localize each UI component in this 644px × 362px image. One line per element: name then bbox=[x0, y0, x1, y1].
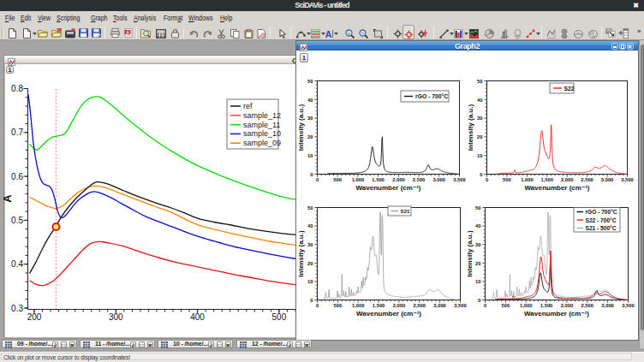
svg-text:2,500: 2,500 bbox=[414, 303, 426, 308]
svg-text:500: 500 bbox=[272, 312, 287, 322]
svg-text:sample_12: sample_12 bbox=[243, 111, 281, 120]
svg-text:1,000: 1,000 bbox=[520, 303, 533, 308]
svg-text:3,000: 3,000 bbox=[433, 177, 446, 182]
svg-text:3,000: 3,000 bbox=[433, 303, 446, 308]
svg-text:0.3: 0.3 bbox=[11, 304, 23, 313]
svg-text:30: 30 bbox=[307, 116, 313, 121]
svg-text:10: 10 bbox=[475, 279, 480, 284]
svg-text:0.4: 0.4 bbox=[11, 259, 23, 269]
svg-text:3,500: 3,500 bbox=[622, 303, 635, 308]
svg-text:1,500: 1,500 bbox=[372, 177, 385, 182]
svg-text:0.6: 0.6 bbox=[11, 172, 23, 181]
svg-text:10: 10 bbox=[307, 153, 313, 158]
svg-text:50: 50 bbox=[307, 79, 313, 84]
svg-text:Wavenumber (cm⁻¹): Wavenumber (cm⁻¹) bbox=[356, 184, 421, 192]
svg-text:50: 50 bbox=[307, 205, 313, 211]
svg-text:0: 0 bbox=[480, 172, 482, 177]
svg-text:A: A bbox=[3, 194, 14, 203]
svg-text:3,000: 3,000 bbox=[601, 303, 614, 308]
svg-text:500: 500 bbox=[502, 303, 510, 308]
svg-text:50: 50 bbox=[475, 205, 480, 211]
svg-text:40: 40 bbox=[307, 223, 313, 228]
svg-text:Wavenumber (cm⁻¹): Wavenumber (cm⁻¹) bbox=[524, 310, 589, 317]
svg-text:10: 10 bbox=[477, 153, 482, 158]
svg-text:2,000: 2,000 bbox=[392, 177, 405, 182]
svg-text:S21: S21 bbox=[401, 208, 411, 214]
svg-text:Intensity (a.u.): Intensity (a.u.) bbox=[467, 104, 474, 151]
svg-text:200: 200 bbox=[27, 312, 42, 322]
svg-text:Wavenumber (cm⁻¹): Wavenumber (cm⁻¹) bbox=[525, 184, 590, 192]
svg-text:500: 500 bbox=[334, 303, 343, 308]
svg-text:1,000: 1,000 bbox=[521, 177, 534, 182]
svg-text:1,500: 1,500 bbox=[540, 303, 553, 308]
svg-text:0.7: 0.7 bbox=[11, 128, 23, 137]
svg-text:sample_10: sample_10 bbox=[243, 129, 281, 138]
svg-text:0: 0 bbox=[484, 303, 486, 308]
svg-text:+: + bbox=[348, 31, 351, 36]
svg-text:20: 20 bbox=[307, 261, 313, 266]
svg-text:−: − bbox=[361, 31, 365, 36]
svg-text:0: 0 bbox=[316, 303, 319, 308]
svg-text:40: 40 bbox=[475, 223, 480, 228]
svg-text:2,500: 2,500 bbox=[413, 177, 426, 182]
svg-text:rGO - 700°C: rGO - 700°C bbox=[586, 209, 617, 215]
svg-text:sample_11: sample_11 bbox=[243, 121, 280, 129]
svg-text:20: 20 bbox=[307, 134, 313, 139]
svg-text:2,000: 2,000 bbox=[561, 177, 574, 182]
svg-text:40: 40 bbox=[307, 98, 313, 103]
svg-text:0: 0 bbox=[310, 172, 313, 177]
svg-text:ref: ref bbox=[243, 102, 253, 110]
svg-text:Intensity (a.u.): Intensity (a.u.) bbox=[466, 230, 474, 277]
svg-text:0: 0 bbox=[478, 298, 480, 303]
svg-text:3,500: 3,500 bbox=[621, 177, 634, 182]
svg-text:Intensity (a.u.): Intensity (a.u.) bbox=[297, 230, 305, 277]
svg-text:rGO - 700°C: rGO - 700°C bbox=[415, 93, 448, 99]
svg-text:300: 300 bbox=[109, 312, 123, 322]
svg-text:0.5: 0.5 bbox=[11, 216, 23, 225]
svg-text:20: 20 bbox=[477, 134, 482, 139]
svg-text:50: 50 bbox=[477, 79, 482, 84]
svg-text:3,500: 3,500 bbox=[454, 303, 467, 308]
svg-text:S22 - 700°C: S22 - 700°C bbox=[586, 217, 617, 223]
svg-text:S21 - 500°C: S21 - 500°C bbox=[586, 225, 617, 231]
svg-text:1,000: 1,000 bbox=[352, 303, 365, 308]
svg-text:2,500: 2,500 bbox=[581, 303, 594, 308]
svg-text:30: 30 bbox=[307, 242, 313, 247]
svg-text:30: 30 bbox=[477, 116, 482, 121]
svg-text:40: 40 bbox=[477, 98, 482, 103]
svg-text:2,000: 2,000 bbox=[393, 303, 406, 308]
svg-text:1,500: 1,500 bbox=[373, 303, 385, 308]
svg-text:500: 500 bbox=[333, 177, 342, 182]
svg-text:1,000: 1,000 bbox=[352, 177, 365, 182]
svg-text:20: 20 bbox=[475, 261, 480, 266]
svg-text:0: 0 bbox=[316, 177, 319, 182]
svg-text:Wavenumber (cm⁻¹): Wavenumber (cm⁻¹) bbox=[356, 310, 421, 317]
svg-text:S22: S22 bbox=[564, 86, 575, 92]
svg-text:10: 10 bbox=[307, 279, 313, 284]
svg-text:2,500: 2,500 bbox=[581, 177, 593, 182]
svg-text:30: 30 bbox=[475, 242, 480, 247]
svg-text:0: 0 bbox=[486, 177, 488, 182]
svg-text:2,000: 2,000 bbox=[561, 303, 574, 308]
svg-text:Intensity (a.u.): Intensity (a.u.) bbox=[297, 104, 305, 151]
svg-text:400: 400 bbox=[190, 312, 205, 322]
svg-text:1,500: 1,500 bbox=[541, 177, 554, 182]
svg-text:A: A bbox=[325, 29, 332, 39]
svg-text:sample_09: sample_09 bbox=[243, 139, 281, 147]
svg-text:500: 500 bbox=[503, 177, 511, 182]
svg-text:0: 0 bbox=[310, 298, 313, 303]
svg-text:0.8: 0.8 bbox=[11, 84, 23, 93]
svg-text:3,500: 3,500 bbox=[453, 177, 466, 182]
svg-text:3,000: 3,000 bbox=[601, 177, 614, 182]
